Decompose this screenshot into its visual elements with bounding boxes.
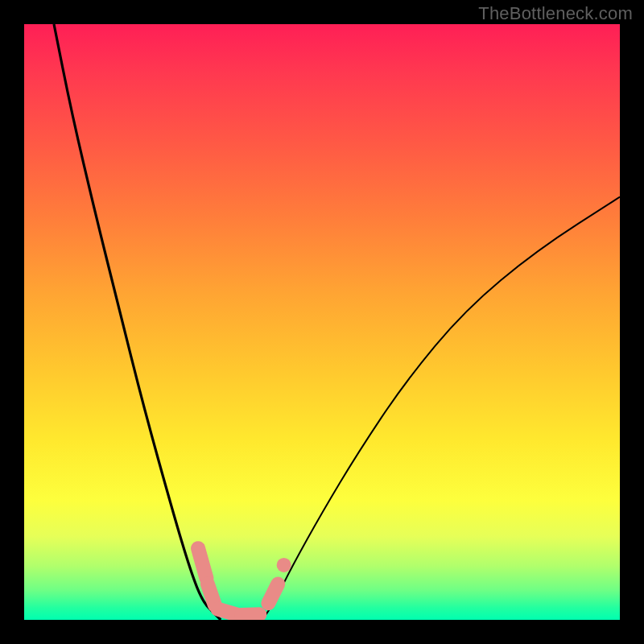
marker-pill: [208, 584, 215, 605]
curves-layer: [24, 24, 620, 620]
curve-right-curve: [262, 197, 620, 620]
plot-area: [24, 24, 620, 620]
marker-pill: [268, 584, 278, 604]
curve-left-curve: [54, 24, 221, 620]
watermark-text: TheBottleneck.com: [478, 3, 633, 24]
marker-pill: [242, 614, 259, 615]
chart-frame: TheBottleneck.com: [0, 0, 644, 644]
marker-dot: [277, 558, 291, 572]
marker-pill: [198, 548, 206, 578]
